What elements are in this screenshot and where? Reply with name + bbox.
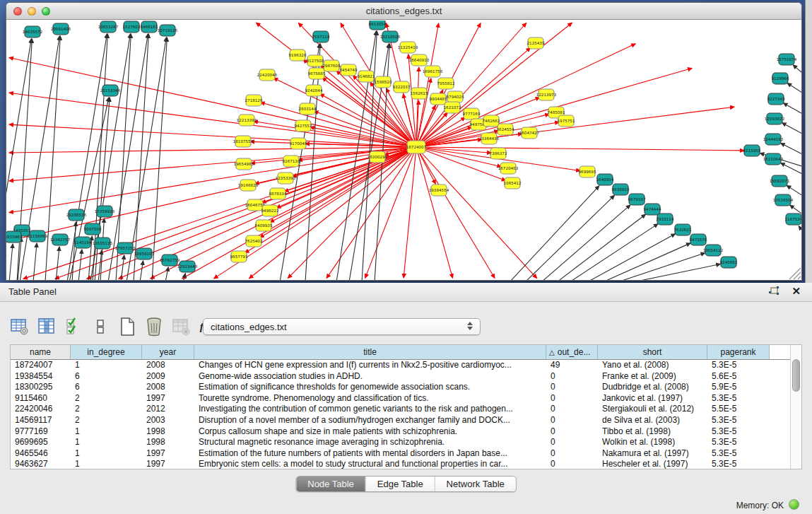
- graph-node[interactable]: 16210643: [763, 153, 784, 165]
- graph-edge-red[interactable]: [416, 147, 495, 278]
- graph-node[interactable]: 16720403: [498, 163, 519, 174]
- graph-node[interactable]: 17359928: [95, 206, 115, 217]
- graph-edge-black[interactable]: [152, 37, 167, 280]
- graph-edge-red[interactable]: [416, 23, 439, 147]
- graph-edge-black[interactable]: [525, 195, 614, 280]
- graph-edge-black[interactable]: [783, 103, 801, 116]
- graph-node[interactable]: 9127508: [307, 55, 324, 66]
- toggle-rows-icon[interactable]: [90, 316, 110, 337]
- cell-short[interactable]: Dudbridge et al. (2008): [598, 382, 707, 393]
- cell-in-degree[interactable]: 1: [71, 437, 142, 448]
- graph-edge-black[interactable]: [510, 186, 599, 280]
- column-header-title[interactable]: title: [194, 345, 546, 359]
- cell-title[interactable]: Estimation of the future numbers of pati…: [194, 448, 546, 460]
- graph-node[interactable]: 12353393: [276, 173, 296, 184]
- cell-name[interactable]: 9699695: [11, 437, 71, 448]
- cell-short[interactable]: Franke et al. (2009): [598, 371, 707, 382]
- graph-node[interactable]: 7955812: [437, 78, 455, 89]
- cell-short[interactable]: Stergiakouli et al. (2012): [598, 404, 707, 415]
- cell-year[interactable]: 2008: [142, 360, 194, 371]
- graph-edge-black[interactable]: [56, 247, 59, 280]
- cell-in-degree[interactable]: 2: [71, 404, 142, 415]
- show-columns-icon[interactable]: [37, 316, 57, 337]
- graph-node[interactable]: 14035572: [23, 26, 42, 37]
- cell-year[interactable]: 1997: [142, 459, 194, 470]
- graph-node[interactable]: 9699695: [579, 166, 596, 177]
- graph-node[interactable]: 9322037: [393, 81, 411, 93]
- cell-title[interactable]: Estimation of significance thresholds fo…: [194, 382, 546, 393]
- cell-in-degree[interactable]: 2: [71, 393, 142, 404]
- cell-year[interactable]: 2009: [142, 371, 194, 382]
- cell-title[interactable]: Structural magnetic resonance image aver…: [194, 437, 546, 448]
- float-panel-icon[interactable]: [768, 286, 781, 298]
- cell-in-degree[interactable]: 1: [71, 448, 142, 460]
- graph-edge-black[interactable]: [787, 83, 801, 95]
- graph-node[interactable]: 9170046: [290, 138, 307, 149]
- graph-node[interactable]: 23364436: [479, 133, 500, 144]
- cell-out-degree[interactable]: 49: [546, 360, 598, 371]
- graph-edge-black[interactable]: [557, 214, 645, 280]
- window-titlebar[interactable]: citations_edges.txt: [6, 3, 801, 20]
- graph-node[interactable]: 9904485: [430, 93, 447, 105]
- minimize-window-button[interactable]: [28, 7, 36, 16]
- graph-node[interactable]: 10653287: [98, 21, 119, 33]
- close-panel-icon[interactable]: ✕: [792, 285, 801, 298]
- column-header-pagerank[interactable]: pagerank: [707, 345, 770, 359]
- table-row[interactable]: 2242004622012Investigating the contribut…: [11, 404, 801, 415]
- graph-edge-black[interactable]: [603, 243, 690, 280]
- graph-node[interactable]: 12213973: [536, 89, 557, 100]
- graph-edge-red[interactable]: [9, 93, 416, 147]
- graph-node[interactable]: 16961758: [423, 66, 443, 77]
- cell-short[interactable]: Yano et al. (2008): [598, 360, 707, 371]
- graph-node[interactable]: 6794028: [447, 91, 464, 103]
- cell-year[interactable]: 2008: [142, 382, 194, 393]
- vertical-scrollbar[interactable]: [790, 345, 801, 469]
- cell-title[interactable]: Changes of HCN gene expression and I(f) …: [194, 360, 546, 371]
- graph-node[interactable]: 15692071: [770, 175, 790, 187]
- cell-name[interactable]: 9465546: [11, 448, 71, 460]
- graph-node[interactable]: 8813054: [369, 21, 387, 30]
- cell-short[interactable]: Wolkin et al. (1998): [598, 437, 707, 448]
- table-row[interactable]: 911546021997Tourette syndrome. Phenomeno…: [11, 393, 801, 404]
- table-panel-titlebar[interactable]: Table Panel ✕: [0, 283, 812, 302]
- graph-node[interactable]: 9875685: [308, 68, 326, 79]
- cell-title[interactable]: Investigating the contribution of common…: [194, 404, 546, 415]
- cell-pagerank[interactable]: 5.3E-5: [707, 459, 770, 470]
- cell-in-degree[interactable]: 2: [71, 415, 142, 426]
- graph-node[interactable]: 8186328: [289, 49, 307, 61]
- graph-node[interactable]: 12093822: [765, 113, 784, 124]
- column-header-in-degree[interactable]: in_degree: [71, 345, 142, 359]
- graph-node[interactable]: 9129966: [772, 73, 789, 84]
- cell-pagerank[interactable]: 5.6E-5: [707, 371, 770, 382]
- graph-edge-red[interactable]: [9, 147, 416, 241]
- graph-node[interactable]: 8454749: [340, 64, 358, 76]
- graph-node[interactable]: 18107554: [233, 136, 254, 147]
- column-header-name[interactable]: name: [11, 345, 71, 359]
- graph-node[interactable]: 9498222: [261, 205, 279, 216]
- table-row[interactable]: 1830029562008Estimation of significance …: [11, 382, 801, 393]
- graph-node[interactable]: 2803144: [299, 103, 317, 115]
- graph-edge-black[interactable]: [781, 143, 801, 156]
- graph-edge-black[interactable]: [134, 34, 148, 280]
- graph-node[interactable]: 15751074: [777, 54, 797, 65]
- graph-edge-black[interactable]: [570, 224, 658, 280]
- cell-name[interactable]: 18300295: [11, 382, 71, 393]
- graph-node[interactable]: 1065412: [504, 177, 522, 189]
- graph-edge-black[interactable]: [165, 267, 168, 280]
- cell-name[interactable]: 9777169: [11, 426, 71, 438]
- cell-short[interactable]: Jankovic et al. (1997): [598, 393, 707, 404]
- cell-short[interactable]: de Silva et al. (2003): [598, 415, 707, 426]
- table-row[interactable]: 977716911998Corpus callosum shape and si…: [11, 426, 801, 438]
- cell-year[interactable]: 1998: [142, 437, 194, 448]
- graph-node[interactable]: 2933114: [657, 214, 674, 225]
- graph-edge-black[interactable]: [793, 65, 801, 76]
- graph-node[interactable]: 16640910: [409, 54, 430, 66]
- graph-node[interactable]: 15218506: [380, 31, 401, 42]
- cell-in-degree[interactable]: 6: [71, 371, 142, 382]
- cell-out-degree[interactable]: 0: [546, 404, 598, 415]
- cell-year[interactable]: 2003: [142, 415, 194, 426]
- column-header-year[interactable]: year: [142, 345, 194, 359]
- cell-title[interactable]: Tourette syndrome. Phenomenology and cla…: [194, 393, 546, 404]
- table-row[interactable]: 946362711997Embryonic stem cells: a mode…: [11, 459, 801, 470]
- graph-node[interactable]: 12342757: [50, 234, 71, 245]
